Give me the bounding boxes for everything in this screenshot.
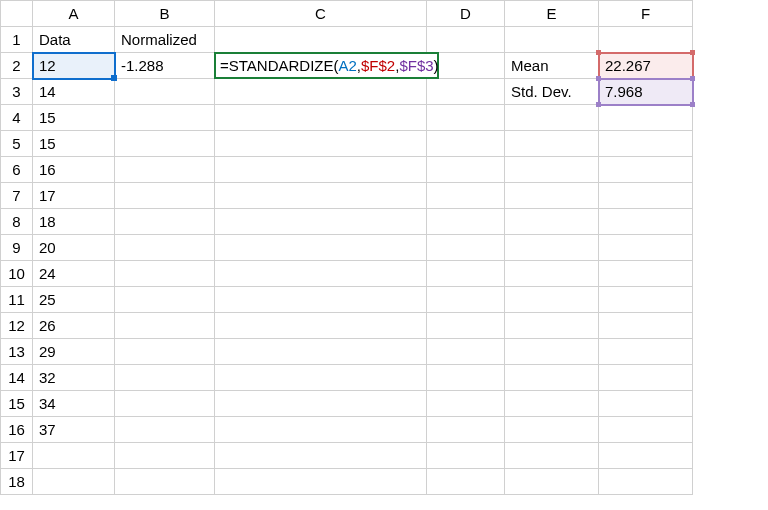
cell-D11[interactable] [427, 287, 505, 313]
cell-E16[interactable] [505, 417, 599, 443]
col-header-F[interactable]: F [599, 1, 693, 27]
cell-D8[interactable] [427, 209, 505, 235]
row-header-11[interactable]: 11 [1, 287, 33, 313]
cell-E17[interactable] [505, 443, 599, 469]
cell-F15[interactable] [599, 391, 693, 417]
cell-C17[interactable] [215, 443, 427, 469]
cell-E6[interactable] [505, 157, 599, 183]
cell-C8[interactable] [215, 209, 427, 235]
spreadsheet-grid[interactable]: A B C D E F 1DataNormalized212-1.288=STA… [0, 0, 693, 495]
cell-A1[interactable]: Data [33, 27, 115, 53]
cell-E7[interactable] [505, 183, 599, 209]
cell-B17[interactable] [115, 443, 215, 469]
cell-E10[interactable] [505, 261, 599, 287]
cell-F9[interactable] [599, 235, 693, 261]
row-header-17[interactable]: 17 [1, 443, 33, 469]
cell-A14[interactable]: 32 [33, 365, 115, 391]
cell-C13[interactable] [215, 339, 427, 365]
cell-B5[interactable] [115, 131, 215, 157]
cell-C1[interactable] [215, 27, 427, 53]
cell-B7[interactable] [115, 183, 215, 209]
cell-F12[interactable] [599, 313, 693, 339]
select-all-corner[interactable] [1, 1, 33, 27]
cell-A17[interactable] [33, 443, 115, 469]
cell-B8[interactable] [115, 209, 215, 235]
cell-A15[interactable]: 34 [33, 391, 115, 417]
col-header-E[interactable]: E [505, 1, 599, 27]
cell-F14[interactable] [599, 365, 693, 391]
row-header-16[interactable]: 16 [1, 417, 33, 443]
cell-D3[interactable] [427, 79, 505, 105]
formula-editor[interactable]: =STANDARDIZE(A2, $F$2, $F$3) [214, 52, 439, 79]
cell-A10[interactable]: 24 [33, 261, 115, 287]
cell-D14[interactable] [427, 365, 505, 391]
cell-A8[interactable]: 18 [33, 209, 115, 235]
cell-D10[interactable] [427, 261, 505, 287]
cell-E12[interactable] [505, 313, 599, 339]
cell-C16[interactable] [215, 417, 427, 443]
cell-F5[interactable] [599, 131, 693, 157]
row-header-12[interactable]: 12 [1, 313, 33, 339]
cell-F7[interactable] [599, 183, 693, 209]
cell-D5[interactable] [427, 131, 505, 157]
cell-A5[interactable]: 15 [33, 131, 115, 157]
row-header-4[interactable]: 4 [1, 105, 33, 131]
cell-E13[interactable] [505, 339, 599, 365]
cell-B1[interactable]: Normalized [115, 27, 215, 53]
cell-A11[interactable]: 25 [33, 287, 115, 313]
cell-B4[interactable] [115, 105, 215, 131]
row-header-7[interactable]: 7 [1, 183, 33, 209]
col-header-C[interactable]: C [215, 1, 427, 27]
cell-C9[interactable] [215, 235, 427, 261]
cell-F18[interactable] [599, 469, 693, 495]
cell-B6[interactable] [115, 157, 215, 183]
cell-C11[interactable] [215, 287, 427, 313]
row-header-15[interactable]: 15 [1, 391, 33, 417]
cell-C12[interactable] [215, 313, 427, 339]
row-header-1[interactable]: 1 [1, 27, 33, 53]
cell-A2[interactable]: 12 [33, 53, 115, 79]
cell-B14[interactable] [115, 365, 215, 391]
cell-D15[interactable] [427, 391, 505, 417]
row-header-5[interactable]: 5 [1, 131, 33, 157]
cell-F4[interactable] [599, 105, 693, 131]
cell-B11[interactable] [115, 287, 215, 313]
cell-C5[interactable] [215, 131, 427, 157]
cell-A7[interactable]: 17 [33, 183, 115, 209]
cell-C6[interactable] [215, 157, 427, 183]
row-header-10[interactable]: 10 [1, 261, 33, 287]
col-header-D[interactable]: D [427, 1, 505, 27]
cell-E5[interactable] [505, 131, 599, 157]
col-header-A[interactable]: A [33, 1, 115, 27]
cell-D7[interactable] [427, 183, 505, 209]
cell-E14[interactable] [505, 365, 599, 391]
cell-C18[interactable] [215, 469, 427, 495]
cell-C15[interactable] [215, 391, 427, 417]
cell-B3[interactable] [115, 79, 215, 105]
cell-D16[interactable] [427, 417, 505, 443]
row-header-13[interactable]: 13 [1, 339, 33, 365]
row-header-18[interactable]: 18 [1, 469, 33, 495]
cell-D12[interactable] [427, 313, 505, 339]
cell-C4[interactable] [215, 105, 427, 131]
cell-E8[interactable] [505, 209, 599, 235]
cell-A4[interactable]: 15 [33, 105, 115, 131]
cell-F8[interactable] [599, 209, 693, 235]
cell-F1[interactable] [599, 27, 693, 53]
row-header-14[interactable]: 14 [1, 365, 33, 391]
cell-D1[interactable] [427, 27, 505, 53]
cell-C14[interactable] [215, 365, 427, 391]
cell-E3[interactable]: Std. Dev. [505, 79, 599, 105]
cell-D9[interactable] [427, 235, 505, 261]
cell-F2[interactable]: 22.267 [599, 53, 693, 79]
cell-F6[interactable] [599, 157, 693, 183]
cell-D4[interactable] [427, 105, 505, 131]
cell-F3[interactable]: 7.968 [599, 79, 693, 105]
cell-A3[interactable]: 14 [33, 79, 115, 105]
cell-B16[interactable] [115, 417, 215, 443]
cell-B12[interactable] [115, 313, 215, 339]
cell-A6[interactable]: 16 [33, 157, 115, 183]
cell-A13[interactable]: 29 [33, 339, 115, 365]
cell-B13[interactable] [115, 339, 215, 365]
cell-B2[interactable]: -1.288 [115, 53, 215, 79]
